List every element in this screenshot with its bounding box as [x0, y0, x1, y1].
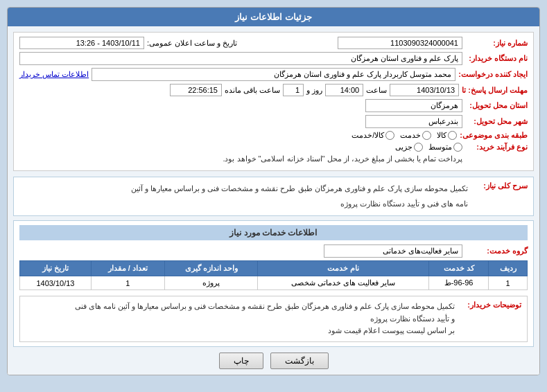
category-kala-radio[interactable]: [448, 131, 457, 140]
category-khedmat-item: خدمت: [400, 131, 431, 140]
col-quantity: تعداد / مقدار: [91, 261, 164, 276]
row-response-time: مهلت ارسال پاسخ: تا 1403/10/13 ساعت 14:0…: [19, 84, 528, 96]
buyer-name-value: پارک علم و فناوری استان هرمزگان: [19, 52, 462, 65]
category-kala-khedmat-label: کالا/خدمت: [351, 131, 384, 140]
need-summary-line2: نامه های فنی و تأیید دستگاه نظارت پروژه: [131, 197, 468, 212]
process-jozi-label: جزیی: [395, 143, 413, 152]
col-unit: واحد اندازه گیری: [164, 261, 258, 276]
back-button[interactable]: بازگشت: [270, 353, 329, 369]
process-motaset-radio[interactable]: [453, 143, 462, 152]
buyer-notes-line1: تکمیل محوطه سازی پارک علم و فناوری هرمزگ…: [26, 301, 455, 313]
buyer-notes-box: توضیحات خریدار: تکمیل محوطه سازی پارک عل…: [19, 296, 528, 342]
col-name: نام خدمت: [258, 261, 429, 276]
buyer-name-label: نام دستگاه خریدار:: [465, 54, 528, 63]
category-kala-item: کالا: [437, 131, 457, 140]
need-summary-line1: تکمیل محوطه سازی پارک علم و فناوری هرمزگ…: [131, 181, 468, 197]
process-note: پرداخت تمام یا بخشی از مبلغ خرید، از محل…: [223, 154, 462, 163]
row-province: استان محل تحویل: هرمزگان: [19, 99, 528, 112]
category-label: طبقه بندی موضوعی:: [460, 131, 528, 140]
cell-date: 1403/10/13: [20, 276, 92, 290]
category-kala-khedmat-radio[interactable]: [385, 131, 394, 140]
service-group-value: سایر فعالیت‌های خدماتی: [324, 244, 462, 258]
row-service-group: گروه خدمت: سایر فعالیت‌های خدماتی: [19, 244, 528, 258]
need-summary-text: تکمیل محوطه سازی پارک علم و فناوری هرمزگ…: [131, 181, 468, 211]
content-area: شماره نیاز: 1103090324000041 تاریخ و ساع…: [8, 26, 539, 375]
row-city: شهر محل تحویل: بندرعباس: [19, 115, 528, 128]
row-need-number: شماره نیاز: 1103090324000041 تاریخ و ساع…: [19, 37, 528, 49]
service-section: اطلاعات خدمات مورد نیاز گروه خدمت: سایر …: [13, 220, 534, 347]
requester-value: محمد متوسل کاربردار پارک علم و فناوری اس…: [92, 68, 455, 81]
process-jozi-item: جزیی: [395, 143, 423, 152]
process-motaset-item: متوسط: [428, 143, 462, 152]
row-category: طبقه بندی موضوعی: کالا خدمت کالا/خدمت: [19, 131, 528, 140]
service-table: ردیف کد خدمت نام خدمت واحد اندازه گیری ت…: [19, 260, 528, 290]
buyer-notes-line3: بر اساس لیست پیوست اعلام قیمت شود: [26, 325, 455, 337]
cell-name: سایر فعالیت های خدماتی شخصی: [258, 276, 429, 290]
print-button[interactable]: چاپ: [219, 353, 263, 369]
page-title: جزئیات اطلاعات نیاز: [235, 12, 311, 22]
col-row: ردیف: [489, 261, 528, 276]
days-label: روز و: [306, 86, 322, 95]
need-summary-label: سرح کلی نیاز:: [472, 181, 528, 190]
process-motaset-label: متوسط: [428, 143, 452, 152]
buyer-notes-label: توضیحات خریدار:: [459, 301, 521, 310]
response-time-label: مهلت ارسال پاسخ: تا: [462, 86, 528, 95]
cell-quantity: 1: [91, 276, 164, 290]
row-process-note: پرداخت تمام یا بخشی از مبلغ خرید، از محل…: [19, 154, 528, 163]
cell-unit: پروژه: [164, 276, 258, 290]
requester-label: ایجاد کننده درخواست:: [458, 70, 528, 79]
page-header: جزئیات اطلاعات نیاز: [8, 8, 539, 26]
process-label: نوع فرآیند خرید:: [465, 143, 528, 152]
need-number-label: شماره نیاز:: [465, 39, 528, 48]
table-header-row: ردیف کد خدمت نام خدمت واحد اندازه گیری ت…: [20, 261, 528, 276]
col-date: تاریخ نیاز: [20, 261, 92, 276]
button-row: بازگشت چاپ: [13, 353, 534, 369]
date-label: تاریخ و ساعت اعلان عمومی:: [147, 39, 237, 48]
delivery-province-value: هرمزگان: [365, 99, 462, 112]
cell-code: 96-96-ط: [428, 276, 488, 290]
category-khedmat-label: خدمت: [400, 131, 421, 140]
cell-row: 1: [489, 276, 528, 290]
need-number-value: 1103090324000041: [338, 37, 462, 49]
time-label: ساعت: [366, 86, 387, 95]
service-group-label: گروه خدمت:: [465, 247, 528, 256]
response-time-value: 14:00: [325, 84, 363, 96]
row-process: نوع فرآیند خرید: متوسط جزیی: [19, 143, 528, 152]
col-code: کد خدمت: [428, 261, 488, 276]
form-section: شماره نیاز: 1103090324000041 تاریخ و ساع…: [13, 32, 534, 171]
buyer-notes-line2: و تأیید دستگاه نظارت پروژه: [26, 313, 455, 326]
category-khedmat-radio[interactable]: [422, 131, 431, 140]
contact-link[interactable]: اطلاعات تماس خریدار: [19, 70, 89, 79]
buyer-notes-content: تکمیل محوطه سازی پارک علم و فناوری هرمزگ…: [26, 301, 455, 337]
delivery-city-label: شهر محل تحویل:: [465, 117, 528, 126]
remaining-label: ساعت باقی مانده: [225, 86, 280, 95]
process-jozi-radio[interactable]: [414, 143, 423, 152]
category-kala-label: کالا: [437, 131, 446, 140]
need-summary-section: سرح کلی نیاز: تکمیل محوطه سازی پارک علم …: [13, 177, 534, 216]
days-value: 1: [283, 84, 304, 96]
remaining-value: 22:56:15: [170, 84, 222, 96]
row-requester: ایجاد کننده درخواست: محمد متوسل کاربردار…: [19, 68, 528, 81]
service-section-title: اطلاعات خدمات مورد نیاز: [19, 225, 528, 240]
process-radio-group: متوسط جزیی: [19, 143, 462, 152]
response-date: 1403/10/13: [390, 84, 459, 96]
category-radio-group: کالا خدمت کالا/خدمت: [19, 131, 457, 140]
date-value: 1403/10/11 - 13:26: [19, 37, 144, 49]
delivery-city-value: بندرعباس: [365, 115, 462, 128]
category-kala-khedmat-item: کالا/خدمت: [351, 131, 394, 140]
delivery-province-label: استان محل تحویل:: [465, 101, 528, 110]
main-container: جزئیات اطلاعات نیاز شماره نیاز: 11030903…: [7, 7, 540, 375]
row-buyer-name: نام دستگاه خریدار: پارک علم و فناوری است…: [19, 52, 528, 65]
table-row: 1 96-96-ط سایر فعالیت های خدماتی شخصی پر…: [20, 276, 528, 290]
